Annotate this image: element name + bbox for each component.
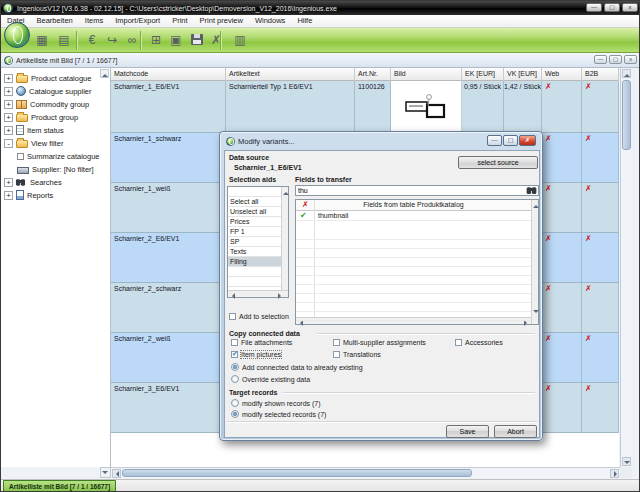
selection-aids-listbox[interactable]: Select allUnselect allPricesFP 1SPTextsF… <box>227 186 289 298</box>
expand-icon[interactable]: + <box>4 87 13 96</box>
add-to-selection-option[interactable]: Add to selection <box>229 313 289 320</box>
column-header-b2b[interactable]: B2B <box>582 68 619 81</box>
modify-shown-option[interactable]: modify shown records (7) <box>231 399 321 407</box>
collapse-icon[interactable]: - <box>4 139 13 148</box>
link-icon[interactable]: ∞ <box>122 32 142 49</box>
scroll-right-arrow[interactable] <box>610 469 619 478</box>
expand-icon[interactable]: + <box>4 113 13 122</box>
selection-aid-prices[interactable]: Prices <box>228 217 288 227</box>
item-pictures-checkbox[interactable] <box>231 351 238 358</box>
app-minimize-button[interactable]: — <box>586 3 602 12</box>
list-view-icon[interactable]: ▤ <box>54 32 74 49</box>
listbox-vertical-scrollbar[interactable] <box>281 187 288 297</box>
unselect-all-icon[interactable]: ✗ <box>302 201 309 209</box>
translations-checkbox[interactable] <box>333 351 340 358</box>
table-row-scharnier-1-e6-ev1[interactable]: Scharnier_1_E6/EV1Scharnierteil Typ 1 E6… <box>111 81 619 133</box>
file-attachments-option[interactable]: File attachments <box>231 339 292 346</box>
fields-grid[interactable]: ✗ Fields from table Produktkatalog ✔thum… <box>295 199 539 325</box>
modify-selected-option[interactable]: modify selected records (7) <box>231 410 326 418</box>
mdi-restore-button[interactable]: ▢ <box>609 55 622 64</box>
scroll-down-arrow[interactable] <box>622 457 631 466</box>
table-vertical-scrollbar[interactable] <box>620 68 631 467</box>
table-horizontal-scrollbar[interactable] <box>111 467 620 478</box>
app-close-button[interactable]: x <box>622 3 638 12</box>
sidebar-item-item-status[interactable]: +Item status <box>1 124 109 136</box>
selection-aid-sp[interactable]: SP <box>228 237 288 247</box>
file-attachments-checkbox[interactable] <box>231 339 238 346</box>
column-header-vk-eur[interactable]: VK [EUR] <box>504 68 542 81</box>
multi-supplier-assignments-checkbox[interactable] <box>333 339 340 346</box>
column-header-artikeltext[interactable]: Artikeltext <box>226 68 355 81</box>
selection-aid-unselect-all[interactable]: Unselect all <box>228 207 288 217</box>
fields-filter-binoculars-icon[interactable] <box>527 187 537 194</box>
column-header-ek-eur[interactable]: EK [EUR] <box>462 68 504 81</box>
app-maximize-button[interactable]: ▢ <box>604 3 620 12</box>
sidebar-item-supplier-no-filter[interactable]: Supplier: [No filter] <box>1 163 109 175</box>
selection-aid-filing[interactable]: Filing <box>228 257 288 267</box>
table-view-icon[interactable]: ▦ <box>32 32 52 49</box>
dialog-close-button[interactable]: ✗ <box>519 135 536 146</box>
menu-items[interactable]: Items <box>79 15 109 27</box>
selection-aid-fp-1[interactable]: FP 1 <box>228 227 288 237</box>
dialog-minimize-button[interactable]: — <box>487 135 502 146</box>
mdi-minimize-button[interactable]: — <box>594 55 607 64</box>
abort-button[interactable]: Abort <box>494 425 537 438</box>
sidebar-scroll-down[interactable] <box>100 467 111 478</box>
delete-item-icon[interactable]: ✗ <box>206 32 226 49</box>
mdi-close-button[interactable]: x <box>624 55 637 64</box>
accessories-option[interactable]: Accessories <box>455 339 503 346</box>
paste-icon[interactable]: ▣ <box>166 32 186 49</box>
status-tab[interactable]: Artikelliste mit Bild [7 / 1 / 16677] <box>3 480 116 492</box>
expand-icon[interactable]: + <box>4 178 13 187</box>
column-header-art-nr[interactable]: Art.Nr. <box>355 68 391 81</box>
override-existing-option[interactable]: Override existing data <box>231 375 310 383</box>
column-header-web[interactable]: Web <box>542 68 582 81</box>
selection-aid-select-all[interactable]: Select all <box>228 197 288 207</box>
horizontal-scroll-thumb[interactable] <box>122 469 472 477</box>
add-existing-radio[interactable] <box>231 363 239 371</box>
selection-aid-texts[interactable]: Texts <box>228 247 288 257</box>
fields-grid-header[interactable]: ✗ Fields from table Produktkatalog <box>296 200 531 211</box>
menu-print[interactable]: Print <box>166 15 193 27</box>
listbox-horizontal-scrollbar[interactable] <box>228 290 288 297</box>
save-icon[interactable] <box>191 34 203 45</box>
scroll-up-arrow[interactable] <box>622 69 631 78</box>
add-existing-option[interactable]: Add connected data to already existing <box>231 363 363 371</box>
expand-icon[interactable]: + <box>4 100 13 109</box>
scroll-left-arrow[interactable] <box>112 469 121 478</box>
modify-shown-radio[interactable] <box>231 399 239 407</box>
sidebar-item-product-catalogue[interactable]: +Product catalogue <box>1 72 109 84</box>
sidebar-item-reports[interactable]: +Reports <box>1 189 109 201</box>
vertical-scroll-thumb[interactable] <box>622 80 631 150</box>
sidebar-item-view-filter[interactable]: -View filter <box>1 137 109 149</box>
translations-option[interactable]: Translations <box>333 351 381 358</box>
sidebar-item-commodity-group[interactable]: +Commodity group <box>1 98 109 110</box>
add-to-selection-checkbox[interactable] <box>229 313 236 320</box>
dialog-maximize-button[interactable]: ▢ <box>503 135 518 146</box>
column-header-matchcode[interactable]: Matchcode <box>111 68 226 81</box>
table-edit-icon[interactable]: ▥ <box>230 32 250 49</box>
menu-import-export[interactable]: Import/Export <box>109 15 166 27</box>
multi-supplier-assignments-option[interactable]: Multi-supplier assignments <box>333 339 426 346</box>
sidebar-item-summarize-catalogue[interactable]: Summarize catalogue <box>1 150 109 162</box>
expand-icon[interactable]: + <box>4 191 13 200</box>
accessories-checkbox[interactable] <box>455 339 462 346</box>
menu-print-preview[interactable]: Print preview <box>194 15 249 27</box>
field-row-thumbnail[interactable]: ✔thumbnail <box>296 211 531 221</box>
euro-icon[interactable]: € <box>82 32 102 49</box>
copy-add-icon[interactable]: ⊞ <box>146 32 166 49</box>
menu-hilfe[interactable]: Hilfe <box>291 15 318 27</box>
modify-selected-radio[interactable] <box>231 410 239 418</box>
grid-vertical-scrollbar[interactable] <box>531 200 538 324</box>
fields-filter-input[interactable] <box>295 185 539 196</box>
override-existing-radio[interactable] <box>231 375 239 383</box>
select-source-button[interactable]: select source <box>458 156 538 169</box>
sidebar-item-catalogue-supplier[interactable]: +Catalogue supplier <box>1 85 109 97</box>
sidebar-item-product-group[interactable]: +Product group <box>1 111 109 123</box>
menu-windows[interactable]: Windows <box>249 15 291 27</box>
item-pictures-option[interactable]: Item pictures <box>231 351 281 358</box>
save-button[interactable]: Save <box>446 425 489 438</box>
menu-bearbeiten[interactable]: Bearbeiten <box>31 15 79 27</box>
expand-icon[interactable]: + <box>4 74 13 83</box>
column-header-bild[interactable]: Bild <box>391 68 462 81</box>
